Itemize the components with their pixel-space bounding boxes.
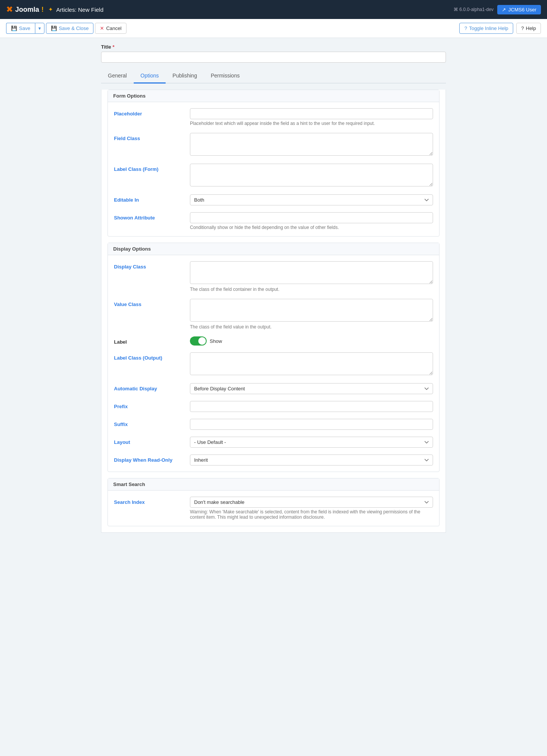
search-index-row: Search Index Don't make searchable Make … [114, 497, 433, 520]
placeholder-label: Placeholder [114, 108, 190, 117]
display-class-hint: The class of the field container in the … [190, 287, 433, 292]
cancel-label: Cancel [106, 25, 121, 31]
navbar-logo-text: Joomla [15, 6, 39, 14]
search-index-hint: Warning: When 'Make searchable' is selec… [190, 509, 433, 520]
navbar-logo: ✖ Joomla! [6, 5, 44, 14]
value-class-textarea[interactable] [190, 299, 433, 322]
editable-in-label: Editable In [114, 194, 190, 203]
tab-bar: General Options Publishing Permissions [101, 69, 446, 84]
field-class-label: Field Class [114, 133, 190, 141]
tab-publishing[interactable]: Publishing [166, 69, 204, 84]
label-field-label: Label [114, 336, 190, 345]
showon-input[interactable] [190, 212, 433, 223]
prefix-row: Prefix [114, 401, 433, 412]
display-when-readonly-label: Display When Read-Only [114, 455, 190, 463]
editable-in-select[interactable]: Both Site Administrator [190, 194, 433, 205]
field-class-textarea[interactable] [190, 133, 433, 156]
main-content: Title * General Options Publishing Permi… [95, 38, 452, 539]
smart-search-body: Search Index Don't make searchable Make … [108, 491, 439, 526]
showon-label: Showon Attribute [114, 212, 190, 221]
title-label: Title * [101, 44, 446, 50]
search-index-label: Search Index [114, 497, 190, 505]
smart-search-group: Smart Search Search Index Don't make sea… [108, 478, 439, 526]
label-toggle-control: Show [190, 336, 433, 346]
placeholder-input[interactable] [190, 108, 433, 119]
toggle-inline-help-label: Toggle Inline Help [469, 25, 508, 31]
value-class-control: The class of the field value in the outp… [190, 299, 433, 330]
prefix-input[interactable] [190, 401, 433, 412]
help-icon: ? [521, 25, 524, 31]
automatic-display-label: Automatic Display [114, 383, 190, 391]
toggle-inline-help-button[interactable]: ? Toggle Inline Help [459, 23, 513, 34]
help-button[interactable]: ? Help [516, 23, 541, 34]
save-close-button[interactable]: 💾 Save & Close [46, 23, 94, 34]
cancel-button[interactable]: ✕ Cancel [95, 23, 126, 34]
form-options-group: Form Options Placeholder Placeholder tex… [108, 90, 439, 237]
label-toggle-text: Show [210, 338, 222, 344]
showon-hint: Conditionally show or hide the field dep… [190, 225, 433, 230]
layout-control: - Use Default - [190, 437, 433, 448]
required-indicator: * [112, 44, 114, 50]
label-row: Label Show [114, 336, 433, 346]
automatic-display-row: Automatic Display Before Display Content… [114, 383, 433, 394]
toolbar-left: 💾 Save ▾ 💾 Save & Close ✕ Cancel [6, 23, 126, 34]
navbar-title-text: Articles: New Field [56, 6, 103, 13]
layout-row: Layout - Use Default - [114, 437, 433, 448]
label-class-form-textarea[interactable] [190, 164, 433, 186]
save-dropdown-button[interactable]: ▾ [35, 23, 44, 34]
navbar-user-button[interactable]: ↗ JCMS6 User [497, 5, 541, 14]
editable-in-control: Both Site Administrator [190, 194, 433, 205]
placeholder-hint: Placeholder text which will appear insid… [190, 121, 433, 126]
title-input[interactable] [101, 52, 446, 63]
suffix-label: Suffix [114, 419, 190, 427]
label-class-output-row: Label Class (Output) [114, 352, 433, 376]
display-when-readonly-row: Display When Read-Only Inherit Inherit (… [114, 455, 433, 466]
save-button[interactable]: 💾 Save [6, 23, 35, 34]
suffix-row: Suffix [114, 419, 433, 430]
navbar-version: ⌘ 6.0.0-alpha1-dev [454, 7, 493, 12]
cancel-icon: ✕ [100, 25, 104, 31]
suffix-input[interactable] [190, 419, 433, 430]
display-options-body: Display Class The class of the field con… [108, 255, 439, 472]
label-toggle-switch[interactable] [190, 336, 207, 346]
label-class-output-textarea[interactable] [190, 352, 433, 375]
tab-permissions[interactable]: Permissions [204, 69, 247, 84]
save-close-icon: 💾 [51, 25, 57, 31]
placeholder-control: Placeholder text which will appear insid… [190, 108, 433, 126]
showon-control: Conditionally show or hide the field dep… [190, 212, 433, 230]
showon-row: Showon Attribute Conditionally show or h… [114, 212, 433, 230]
label-class-form-label: Label Class (Form) [114, 164, 190, 172]
navbar: ✖ Joomla! ✦ Articles: New Field ⌘ 6.0.0-… [0, 0, 547, 19]
navbar-right: ⌘ 6.0.0-alpha1-dev ↗ JCMS6 User [454, 5, 541, 14]
value-class-row: Value Class The class of the field value… [114, 299, 433, 330]
search-index-select[interactable]: Don't make searchable Make searchable [190, 497, 433, 508]
form-options-body: Placeholder Placeholder text which will … [108, 102, 439, 236]
automatic-display-select[interactable]: Before Display Content After Display Con… [190, 383, 433, 394]
navbar-title: ✦ Articles: New Field [48, 6, 103, 13]
navbar-user-label: JCMS6 User [508, 7, 536, 13]
layout-label: Layout [114, 437, 190, 445]
label-class-form-row: Label Class (Form) [114, 164, 433, 188]
navbar-left: ✖ Joomla! ✦ Articles: New Field [6, 5, 103, 14]
editable-in-row: Editable In Both Site Administrator [114, 194, 433, 205]
tab-options[interactable]: Options [134, 69, 166, 84]
automatic-display-control: Before Display Content After Display Con… [190, 383, 433, 394]
save-close-label: Save & Close [59, 25, 89, 31]
form-options-title: Form Options [108, 90, 439, 102]
prefix-control [190, 401, 433, 412]
field-class-row: Field Class [114, 133, 433, 157]
suffix-control [190, 419, 433, 430]
display-when-readonly-select[interactable]: Inherit Inherit (form default) Yes No [190, 455, 433, 466]
help-label: Help [526, 25, 536, 31]
layout-select[interactable]: - Use Default - [190, 437, 433, 448]
user-icon: ↗ [502, 7, 506, 13]
label-class-form-control [190, 164, 433, 188]
navbar-logo-exclamation: ! [41, 6, 44, 14]
tab-general[interactable]: General [101, 69, 134, 84]
tab-panel-options: Form Options Placeholder Placeholder tex… [101, 90, 446, 533]
save-button-group: 💾 Save ▾ [6, 23, 44, 34]
placeholder-row: Placeholder Placeholder text which will … [114, 108, 433, 126]
navbar-title-icon: ✦ [48, 6, 53, 13]
display-class-control: The class of the field container in the … [190, 261, 433, 292]
display-class-textarea[interactable] [190, 261, 433, 284]
